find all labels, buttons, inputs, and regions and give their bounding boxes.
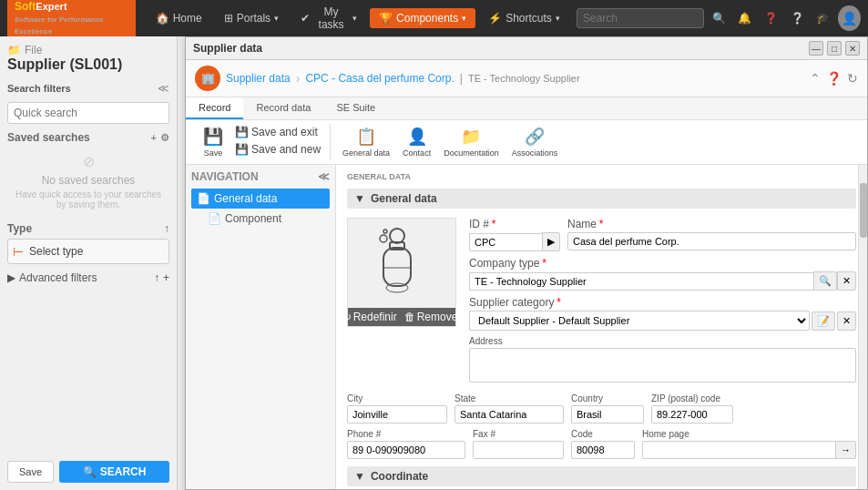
image-actions: ↻ Redefinir 🗑 Remover: [348, 308, 455, 326]
state-label: State: [454, 393, 564, 403]
address-input[interactable]: [469, 348, 856, 383]
id-input[interactable]: [469, 233, 542, 251]
help-button[interactable]: ❔: [786, 5, 809, 31]
homepage-go-btn[interactable]: →: [835, 441, 856, 459]
shortcuts-button[interactable]: ⚡ Shortcuts ▾: [479, 8, 569, 28]
supplier-category-row: Supplier category * Default Supplier - D…: [469, 296, 856, 331]
chevron-down-icon: ▾: [556, 14, 560, 23]
zip-input[interactable]: [651, 405, 733, 424]
supplier-category-select[interactable]: Default Supplier - Default Supplier: [469, 311, 810, 331]
trash-icon: 🗑: [404, 311, 415, 323]
address-row: Address: [469, 336, 856, 383]
homepage-field-group: Home page →: [642, 429, 856, 459]
city-input[interactable]: [347, 405, 447, 424]
top-navigation: SoftExpertSoftware for Performance Excel…: [0, 0, 868, 36]
portals-button[interactable]: ⊞ Portals ▾: [215, 8, 288, 28]
type-upload-icon[interactable]: ↑: [164, 222, 169, 235]
form-panel: GENERAL DATA ▼ General data: [336, 165, 867, 489]
advanced-filters[interactable]: ▶ Advanced filters ↑ +: [7, 271, 169, 284]
refresh-bc-btn[interactable]: ↻: [847, 71, 858, 86]
help-bc-btn[interactable]: ❓: [826, 71, 842, 86]
company-type-input[interactable]: [469, 272, 813, 291]
supplier-image: [348, 219, 455, 308]
contact-icon: 👤: [407, 127, 427, 147]
scrollbar[interactable]: [858, 165, 867, 489]
user-avatar[interactable]: 👤: [838, 5, 861, 31]
country-field-group: Country: [571, 393, 644, 424]
coordinate-section-header[interactable]: ▼ Coordinate: [347, 466, 856, 486]
global-search-input[interactable]: [577, 8, 704, 28]
id-btn[interactable]: ▶: [542, 232, 560, 251]
graduation-button[interactable]: 🎓: [812, 5, 835, 31]
code-input[interactable]: [571, 441, 635, 459]
breadcrumb-sub: TE - Technology Supplier: [468, 73, 580, 84]
tab-se-suite[interactable]: SE Suite: [323, 97, 388, 119]
search-icon-btn[interactable]: 🔍: [708, 5, 730, 31]
tab-record[interactable]: Record: [186, 97, 243, 119]
general-data-section[interactable]: ▼ General data: [347, 189, 856, 209]
bell-icon: 🔔: [738, 12, 751, 25]
save-exit-button[interactable]: 💾 Save and exit: [231, 124, 324, 140]
phone-input[interactable]: [347, 441, 465, 459]
fax-input[interactable]: [473, 441, 564, 459]
documentation-icon: 📁: [461, 127, 481, 147]
phone-field-group: Phone #: [347, 429, 465, 459]
add-saved-icon[interactable]: +: [151, 132, 157, 144]
components-button[interactable]: 🏆 Components ▾: [370, 8, 475, 28]
maximize-button[interactable]: □: [827, 41, 842, 56]
nav-component-icon: 📄: [208, 212, 221, 225]
contact-ribbon-button[interactable]: 👤 Contact: [398, 124, 435, 160]
nav-component[interactable]: 📄 Component: [191, 209, 330, 229]
adv-add-icon[interactable]: +: [163, 271, 169, 284]
supplier-category-label: Supplier category *: [469, 296, 856, 309]
phone-fax-row: Phone # Fax # Code Home page: [347, 429, 856, 459]
supplier-category-edit-btn[interactable]: 📝: [812, 311, 835, 331]
general-data-icon: 📋: [356, 127, 376, 147]
search-button[interactable]: 🔍 SEARCH: [59, 461, 169, 483]
settings-saved-icon[interactable]: ⚙: [160, 132, 169, 144]
company-type-search-btn[interactable]: 🔍: [813, 271, 837, 291]
close-button[interactable]: ✕: [845, 41, 860, 56]
collapse-bc-btn[interactable]: ⌃: [810, 71, 821, 86]
city-field-group: City: [347, 393, 447, 424]
state-input[interactable]: [454, 405, 564, 424]
supplier-category-clear-btn[interactable]: ✕: [837, 311, 856, 331]
minimize-button[interactable]: —: [809, 41, 823, 56]
mytasks-button[interactable]: ✔ My tasks ▾: [291, 2, 366, 35]
redefine-image-button[interactable]: ↻ Redefinir: [342, 311, 397, 323]
save-button[interactable]: Save: [7, 461, 54, 483]
search-input[interactable]: [7, 102, 169, 124]
associations-icon: 🔗: [525, 127, 545, 147]
svg-point-0: [390, 229, 404, 243]
homepage-input[interactable]: [642, 441, 835, 459]
id-field-group: ID # * ▶: [469, 218, 560, 251]
remove-image-button[interactable]: 🗑 Remover: [404, 311, 462, 323]
address-label: Address: [469, 336, 856, 346]
notifications-button[interactable]: 🔔: [734, 5, 757, 31]
save-ribbon-button[interactable]: 💾 Save: [199, 124, 228, 160]
code-field-group: Code: [571, 429, 635, 459]
company-type-clear-btn[interactable]: ✕: [837, 271, 856, 291]
home-button[interactable]: 🏠 Home: [147, 8, 211, 28]
save-new-button[interactable]: 💾 Save and new: [231, 141, 324, 158]
documentation-ribbon-button[interactable]: 📁 Documentation: [439, 124, 504, 160]
nav-general-data[interactable]: 📄 General data: [191, 189, 330, 209]
supplier-icon: 🏢: [195, 66, 220, 91]
id-with-btn: ▶: [469, 232, 560, 251]
support-button[interactable]: ❓: [760, 5, 782, 31]
nav-panel-header: NAVIGATION ≪: [191, 170, 330, 183]
breadcrumb: 🏢 Supplier data › CPC - Casa del perfume…: [186, 60, 867, 97]
collapse-icon[interactable]: ≪: [158, 82, 169, 95]
name-input[interactable]: [567, 232, 856, 250]
country-input[interactable]: [571, 405, 644, 424]
dialog-overlay: Supplier data — □ ✕ 🏢 Supplier data › CP…: [178, 36, 868, 490]
select-type-button[interactable]: ⊢ Select type: [7, 239, 169, 264]
breadcrumb-item[interactable]: CPC - Casa del perfume Corp.: [305, 72, 454, 85]
breadcrumb-main[interactable]: Supplier data: [226, 72, 291, 85]
adv-upload-icon[interactable]: ↑: [154, 271, 159, 284]
general-data-ribbon-button[interactable]: 📋 General data: [338, 124, 394, 160]
nav-collapse-icon[interactable]: ≪: [318, 170, 330, 183]
homepage-label: Home page: [642, 429, 856, 439]
tab-record-data[interactable]: Record data: [243, 97, 323, 119]
associations-ribbon-button[interactable]: 🔗 Associations: [507, 124, 563, 160]
